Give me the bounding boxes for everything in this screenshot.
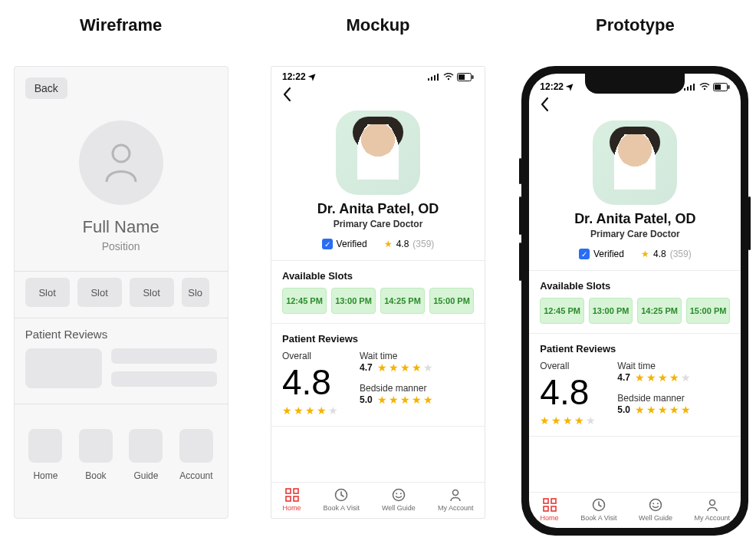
divider — [529, 333, 741, 334]
divider — [271, 323, 485, 324]
svg-rect-20 — [690, 85, 692, 91]
slots-heading: Available Slots — [540, 280, 730, 292]
svg-rect-12 — [294, 496, 298, 501]
tab-guide[interactable]: Guide — [126, 429, 167, 481]
svg-rect-26 — [544, 499, 548, 503]
svg-rect-25 — [728, 85, 730, 89]
comparison-stage: Wireframe Back Full Name Position Slot S… — [0, 15, 756, 536]
tab-label: Book A Visit — [580, 514, 616, 522]
tab-account[interactable]: My Account — [694, 497, 730, 522]
wait-score: 4.7 — [617, 372, 630, 383]
phone-side-button — [519, 196, 521, 235]
svg-rect-11 — [286, 496, 291, 501]
tab-account[interactable]: My Account — [438, 487, 474, 512]
location-arrow-icon: ➤ — [306, 71, 319, 84]
tab-account[interactable]: Account — [176, 429, 217, 481]
wait-label: Wait time — [360, 351, 435, 361]
slot-chip-cut[interactable]: Slo — [182, 278, 209, 307]
grid-icon — [284, 487, 300, 503]
person-icon — [705, 497, 720, 513]
tab-guide[interactable]: Well Guide — [639, 497, 672, 522]
svg-point-0 — [113, 145, 130, 162]
svg-rect-18 — [684, 88, 685, 91]
svg-point-33 — [657, 503, 659, 504]
mockup-title: Mockup — [346, 15, 409, 35]
tab-book[interactable]: Book — [75, 429, 117, 481]
svg-point-17 — [453, 490, 459, 496]
star-icon: ★ — [641, 249, 649, 259]
slot-row: Slot Slot Slot Slo — [25, 278, 217, 307]
slot-chip[interactable]: 12:45 PM — [540, 298, 584, 324]
back-button[interactable] — [529, 92, 741, 116]
tab-label: Home — [541, 514, 559, 522]
overall-stars: ★★★★★ — [540, 414, 597, 427]
reviews-heading: Patient Reviews — [282, 333, 474, 345]
slot-chip[interactable]: 14:25 PM — [637, 298, 682, 324]
overall-label: Overall — [540, 361, 597, 371]
slot-chip[interactable]: 14:25 PM — [380, 288, 425, 314]
slot-chip[interactable]: 15:00 PM — [686, 298, 731, 324]
bedside-label: Bedside manner — [360, 383, 435, 394]
slot-chip[interactable]: Slot — [130, 278, 174, 307]
wait-stars: ★★★★★ — [377, 361, 435, 374]
slot-chip[interactable]: 12:45 PM — [282, 288, 327, 314]
verified-badge: ✓ Verified — [579, 249, 624, 259]
clock-icon — [334, 487, 349, 503]
tab-home[interactable]: Home — [25, 429, 67, 481]
slot-chip[interactable]: Slot — [77, 278, 122, 307]
svg-rect-3 — [434, 75, 436, 81]
wifi-icon — [699, 83, 710, 91]
divider — [271, 260, 485, 261]
divider — [15, 404, 228, 404]
slot-chip[interactable]: Slot — [25, 278, 70, 307]
position-placeholder: Position — [25, 240, 217, 252]
tab-label: My Account — [694, 514, 730, 522]
svg-rect-9 — [286, 489, 291, 493]
tab-home[interactable]: Home — [541, 497, 559, 522]
svg-point-22 — [704, 88, 705, 90]
review-block-large — [25, 348, 102, 388]
smile-icon — [648, 497, 663, 513]
svg-rect-27 — [551, 499, 556, 503]
rating-count: (359) — [413, 239, 434, 249]
slots-heading: Available Slots — [282, 270, 474, 282]
back-button[interactable]: Back — [25, 77, 67, 99]
tab-label: Book A Visit — [324, 504, 360, 512]
reviews-placeholder — [25, 348, 217, 388]
review-block-small — [111, 371, 217, 387]
tab-home[interactable]: Home — [283, 487, 301, 512]
tabbar: Home Book A Visit Well Guide My Account — [529, 492, 741, 528]
tab-label: My Account — [438, 504, 474, 512]
slot-chip[interactable]: 15:00 PM — [429, 288, 474, 314]
svg-point-5 — [448, 78, 449, 80]
wireframe-column: Wireframe Back Full Name Position Slot S… — [2, 15, 240, 536]
tab-book[interactable]: Book A Visit — [580, 497, 616, 522]
phone-notch — [585, 74, 685, 94]
smile-icon — [391, 487, 406, 503]
svg-rect-2 — [431, 77, 432, 81]
rating-badge: ★ 4.8 (359) — [384, 239, 435, 249]
svg-point-31 — [649, 500, 661, 511]
wireframe-panel: Back Full Name Position Slot Slot Slot S… — [14, 66, 228, 519]
svg-rect-4 — [437, 74, 439, 81]
svg-rect-7 — [459, 74, 465, 80]
svg-rect-28 — [544, 506, 548, 511]
svg-point-16 — [400, 493, 402, 494]
status-time: 12:22 — [282, 71, 306, 82]
reviews-heading: Patient Reviews — [540, 343, 730, 354]
rating-value: 4.8 — [396, 239, 409, 249]
prototype-column: Prototype 12:22➤ Dr. Anita Patel, OD — [516, 15, 754, 536]
tab-book[interactable]: Book A Visit — [324, 487, 360, 512]
name-placeholder: Full Name — [25, 217, 217, 237]
doctor-name: Dr. Anita Patel, OD — [529, 211, 741, 227]
slot-chip[interactable]: 13:00 PM — [331, 288, 376, 314]
slot-chip[interactable]: 13:00 PM — [589, 298, 633, 324]
prototype-screen: 12:22➤ Dr. Anita Patel, OD Primary Care … — [529, 74, 741, 528]
bedside-label: Bedside manner — [617, 393, 692, 404]
rating-badge: ★ 4.8 (359) — [641, 249, 692, 259]
wait-score: 4.7 — [360, 362, 373, 373]
tab-guide[interactable]: Well Guide — [382, 487, 416, 512]
battery-icon — [713, 83, 730, 91]
overall-score: 4.8 — [540, 374, 597, 410]
back-button[interactable] — [271, 82, 485, 106]
